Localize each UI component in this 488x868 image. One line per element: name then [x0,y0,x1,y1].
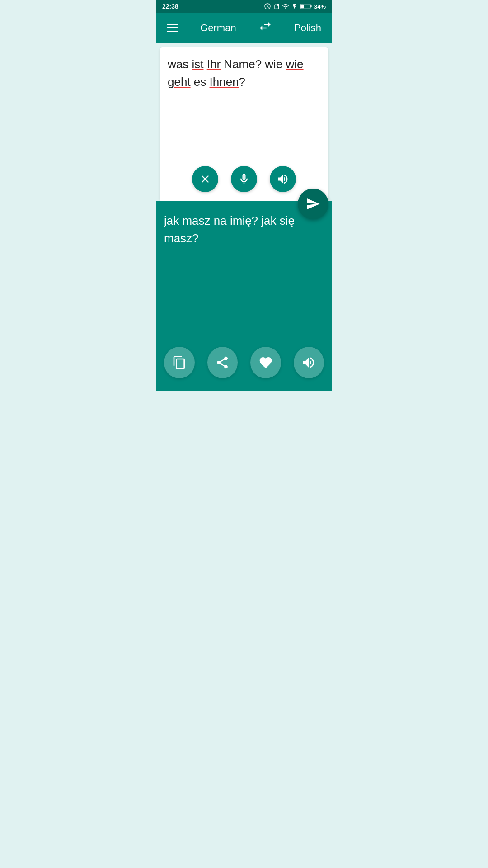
lightning-icon [291,3,298,10]
source-action-buttons [168,166,320,196]
signal-icon [282,3,289,10]
translate-button[interactable] [298,189,328,219]
battery-percent: 34% [314,3,326,10]
source-panel: was ist Ihr Name? wie wie geht es Ihnen? [160,47,328,201]
word-wie: wie [286,57,304,71]
status-time: 22:38 [162,3,178,10]
translation-speaker-button[interactable] [294,347,324,378]
status-icons: 34% [264,3,326,10]
word-ihr: Ihr [207,57,221,71]
sim-icon [273,3,280,10]
word-ihnen: Ihnen [210,75,239,89]
battery-icon [300,3,312,9]
translation-panel: jak masz na imię? jak się masz? [156,201,332,391]
copy-button[interactable] [164,347,195,378]
main-content: was ist Ihr Name? wie wie geht es Ihnen? [156,47,332,391]
svg-rect-1 [310,5,311,8]
share-button[interactable] [207,347,238,378]
translated-text[interactable]: jak masz na imię? jak się masz? [164,212,324,340]
word-ist: ist [192,57,203,71]
alarm-icon [264,3,271,10]
source-language[interactable]: German [200,22,236,34]
word-geht: geht [168,75,191,89]
translation-action-buttons [164,347,324,382]
target-language[interactable]: Polish [294,22,321,34]
svg-rect-2 [300,5,304,8]
menu-button[interactable] [167,24,178,32]
source-text[interactable]: was ist Ihr Name? wie wie geht es Ihnen? [168,56,320,160]
favorite-button[interactable] [250,347,281,378]
top-bar: German Polish [156,13,332,43]
clear-button[interactable] [192,166,218,192]
microphone-button[interactable] [231,166,257,192]
swap-button[interactable] [258,19,272,37]
source-speaker-button[interactable] [270,166,296,192]
status-bar: 22:38 34% [156,0,332,13]
